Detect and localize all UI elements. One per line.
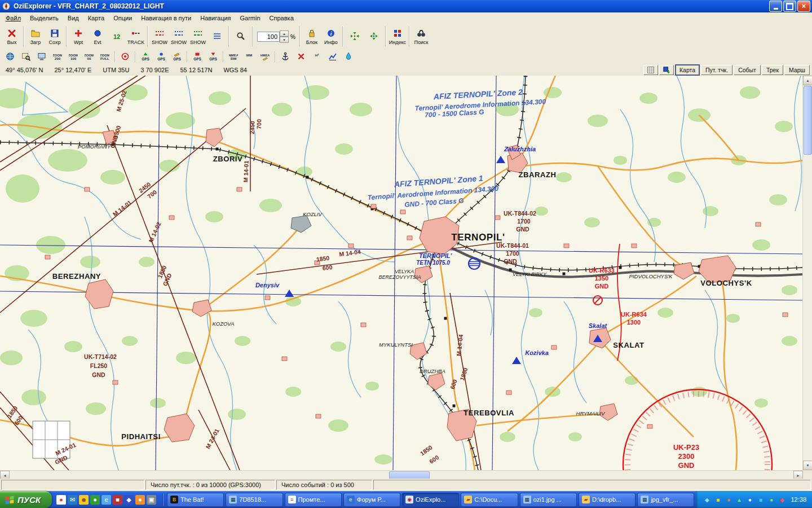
tray-icon-6[interactable]: ■ [756,496,765,504]
menu-item-8[interactable]: Справка [265,14,298,23]
save-button[interactable]: Сохр [45,25,64,49]
tray-icon-4[interactable]: ▲ [735,496,743,504]
lock-map-button[interactable]: Блок [302,25,321,49]
map-information-button[interactable]: iИнфо [321,25,341,49]
taskbar-button-3[interactable]: ≡Промте... [285,493,342,507]
vertical-scrollbar[interactable]: ▲ ▼ [802,76,812,470]
title-bar[interactable]: OziExplorer - VFR_CHART_2_08032012_LIGHT… [0,0,812,12]
map-canvas[interactable]: AFIZ TERNOPIL' Zone 2Ternopil' Aerodrome… [0,76,803,470]
tab-map-button[interactable]: Карта [675,64,700,76]
pan-map-button[interactable] [364,25,383,49]
load-map-button[interactable]: Загр [26,25,45,49]
show-tracks-button[interactable]: SHOW [188,25,208,49]
taskbar-button-5[interactable]: ◉OziExplo... [402,493,459,507]
horizontal-scroll-thumb[interactable] [389,471,430,479]
tab-tracks-button[interactable]: Трек [762,65,783,75]
nmea-simulator-button[interactable]: NMEASIM [226,50,241,64]
magnify-button[interactable] [231,25,250,49]
taskbar-button-2[interactable]: ▦7D8518... [226,493,283,507]
zoom-100-button[interactable]: ZOOM100 [65,50,81,64]
moving-map-button[interactable]: MM [241,50,257,64]
scroll-up-button[interactable]: ▲ [803,76,812,85]
quicklaunch-icon-6[interactable]: ■ [113,495,122,505]
tab-events-button[interactable]: Событ [734,65,761,75]
find-button[interactable]: Поиск [412,25,431,49]
start-button[interactable]: ПУСК [0,491,52,508]
tray-icon-7[interactable]: ● [767,496,775,504]
zoom-level-value[interactable]: 100 [257,32,280,42]
gps-upload-button[interactable]: GPS [138,50,153,64]
quicklaunch-icon-5[interactable]: e [102,495,111,505]
quicklaunch-icon-1[interactable]: ● [56,495,66,505]
drop-icon [344,52,353,62]
task-label: Промте... [298,496,325,503]
close-button[interactable]: × [797,1,810,12]
scroll-down-button[interactable]: ▼ [803,461,812,470]
menu-item-6[interactable]: Навигация [196,14,235,23]
quicklaunch-icon-3[interactable]: ☻ [79,495,89,505]
taskbar-button-8[interactable]: ▰D:\dropb... [579,493,636,507]
gps-edit-button[interactable]: GPS [169,50,185,64]
track-control-button[interactable]: TRACK [126,25,145,49]
position-marker-button[interactable] [117,50,133,64]
show-blue-icon [174,29,183,39]
tab-waypoints-button[interactable]: Пут. тчк. [701,65,732,75]
zoom-200-button[interactable]: ZOOM200 [50,50,65,64]
arrows-out-icon [369,32,378,42]
map-comments-button[interactable] [208,25,227,49]
taskbar-button-6[interactable]: ▰C:\Docu... [461,493,518,507]
map-index-button[interactable]: Индекс [388,25,407,49]
altitude-tool-button[interactable]: H² [309,50,325,64]
menu-item-2[interactable]: Вид [63,14,83,23]
water-tool-button[interactable] [341,50,356,64]
menu-item-5[interactable]: Навигация в пути [136,14,196,23]
pixel-grid-button[interactable] [643,65,658,75]
clear-map-button[interactable] [293,50,309,64]
zoom-50-button[interactable]: ZOOM50 [81,50,97,64]
taskbar-button-4[interactable]: eФорум Р... [343,493,400,507]
zoom-spin-up[interactable]: ▲ [280,30,289,37]
waypoint-numbers-button[interactable]: 12 [107,25,126,49]
menu-item-4[interactable]: Опции [109,14,136,23]
horizontal-scrollbar[interactable]: ◄ ► [0,470,803,479]
anchor-alarm-button[interactable] [277,50,293,64]
minimize-button[interactable] [769,1,782,12]
quicklaunch-icon-7[interactable]: ◆ [124,495,134,505]
menu-item-0[interactable]: Файл [1,14,25,23]
tab-routes-button[interactable]: Марш [784,65,810,75]
quicklaunch-icon-8[interactable]: ● [135,495,145,505]
save-map-image-button[interactable] [659,65,674,75]
show-events-button[interactable]: SHOW [169,25,188,49]
map-view-search-button[interactable] [18,50,34,64]
quicklaunch-icon-2[interactable]: ✉ [68,495,77,505]
menu-item-7[interactable]: Garmin [236,14,265,23]
exit-button[interactable]: Вых [2,25,21,49]
gps-position-button[interactable]: GPS [153,50,169,64]
add-event-button[interactable]: Evt [88,25,107,49]
zoom-full-button[interactable]: ZOOMFULL [97,50,113,64]
center-map-button[interactable] [345,25,364,49]
quicklaunch-icon-4[interactable]: ● [90,495,100,505]
show-whole-map-button[interactable] [2,50,18,64]
tray-icon-2[interactable]: ■ [713,496,722,504]
tray-icon-1[interactable]: ◆ [703,496,711,504]
taskbar-button-7[interactable]: ▦ozi1.jpg ... [520,493,577,507]
tray-icon-5[interactable]: ● [745,496,754,504]
screen-mode-button[interactable] [34,50,50,64]
menu-item-3[interactable]: Карта [83,14,109,23]
menu-item-1[interactable]: Выделить [25,14,63,23]
tray-icon-3[interactable]: ● [724,496,732,504]
profile-chart-button[interactable] [325,50,341,64]
quicklaunch-icon-9[interactable]: ▣ [147,495,156,505]
nmea-log-button[interactable]: НМЕА [257,50,273,64]
gps-download-button[interactable]: GPS [205,50,221,64]
vertical-scroll-thumb[interactable] [804,86,812,155]
show-waypoints-button[interactable]: SHOW [150,25,169,49]
tray-icon-8[interactable]: ◆ [778,496,786,504]
add-waypoint-button[interactable]: Wpt [69,25,88,49]
taskbar-button-9[interactable]: ▦jpg_vfr_... [637,493,694,507]
maximize-button[interactable] [783,1,796,12]
gps-stop-button[interactable]: GPS [189,50,205,64]
zoom-spin-down[interactable]: ▼ [280,37,289,43]
taskbar-button-1[interactable]: BThe Bat! [167,493,224,507]
